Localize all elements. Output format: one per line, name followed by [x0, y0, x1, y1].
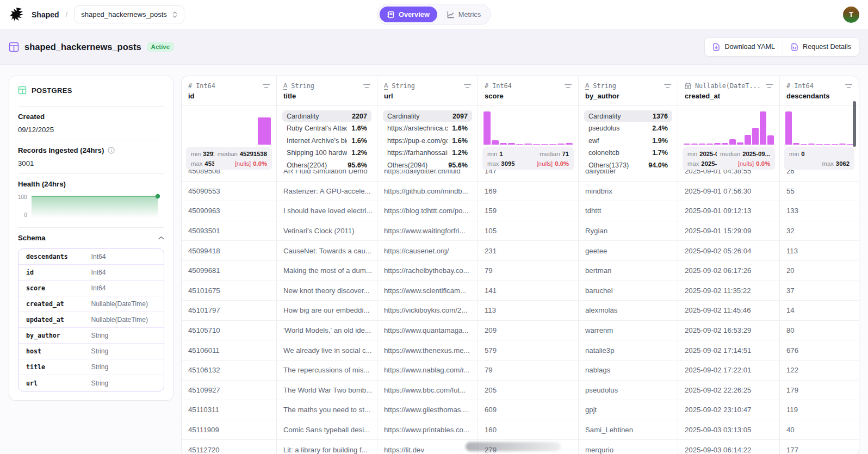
column-type-row: #Int64	[478, 76, 578, 90]
category-label: pseudolus	[588, 125, 648, 132]
cell-by_author: dailybitter	[579, 170, 678, 181]
column-header: #Int64score	[478, 76, 578, 105]
filter-icon[interactable]	[845, 84, 852, 89]
table-column-by_author: AStringby_authorCardinality1376pseudolus…	[579, 76, 678, 170]
info-icon[interactable]	[108, 147, 115, 154]
histogram-bar	[533, 144, 540, 145]
line-chart-icon	[447, 11, 455, 18]
cell-score: 169	[478, 182, 579, 201]
cell-descendants: 14	[780, 301, 859, 320]
table-row[interactable]: 45089508AR Fluid Simulation Demohttps://…	[182, 170, 859, 182]
tab-metrics[interactable]: Metrics	[439, 7, 488, 22]
histogram-bar	[729, 139, 736, 145]
health-label: Health (24hrs)	[18, 180, 164, 188]
column-header: AStringby_author	[579, 76, 678, 105]
cell-by_author: merqurio	[579, 440, 678, 454]
cell-descendants: 133	[780, 201, 859, 221]
table-row[interactable]: 45106011We already live in social c...ht…	[182, 340, 859, 360]
table-row[interactable]: 45110311The maths you need to st...https…	[182, 400, 859, 420]
horizontal-scrollbar-thumb[interactable]	[466, 442, 561, 451]
category-percent: 1.6%	[452, 137, 468, 145]
table-row[interactable]: 45111909Comic Sans typeball desi...https…	[182, 420, 859, 440]
table-row[interactable]: 45099418CauseNet: Towards a cau...https:…	[182, 241, 859, 261]
histogram-bar	[824, 144, 830, 145]
created-section: Created 09/12/2025	[18, 113, 164, 134]
tab-overview-label: Overview	[399, 10, 430, 18]
column-name: created_at	[678, 90, 779, 105]
tab-overview[interactable]: Overview	[380, 7, 437, 22]
header-actions: Download YAML Request Details	[704, 38, 859, 57]
view-tabs: Overview Metrics	[377, 4, 491, 25]
user-avatar[interactable]: T	[843, 7, 859, 23]
records-value: 3001	[18, 159, 164, 167]
filter-icon[interactable]	[766, 84, 773, 89]
table-row[interactable]: 45090963I should have loved electri...ht…	[182, 201, 859, 221]
cell-title: Rasterizer: A GPU-accele...	[277, 182, 377, 201]
collapse-chevron-icon[interactable]	[158, 236, 164, 240]
number-type-icon: #	[485, 83, 488, 89]
dataset-selector[interactable]: shaped_hackernews_posts	[74, 5, 184, 23]
cell-url: https://vickiboykis.com/2...	[377, 301, 478, 320]
table-row[interactable]: 45101675New knot theory discover...https…	[182, 281, 859, 301]
cardinality-value: 2097	[452, 113, 468, 120]
table-row[interactable]: 45105710'World Models,' an old ide...htt…	[182, 321, 859, 341]
cardinality-row: Cardinality1376	[584, 110, 672, 122]
column-stats: Cardinality1376pseudolus2.4%ewf1.9%colon…	[579, 105, 678, 170]
filter-icon[interactable]	[565, 84, 572, 89]
cell-score: 579	[478, 340, 579, 360]
column-type-row: #Int64	[182, 76, 276, 90]
cell-by_author: pseudolus	[579, 381, 678, 400]
table-row[interactable]: 45101797How big are our embeddi...https:…	[182, 301, 859, 321]
cell-title: New knot theory discover...	[277, 281, 377, 301]
request-details-label: Request Details	[803, 43, 851, 51]
schema-field-type: Int64	[91, 269, 106, 276]
cell-title: 'World Models,' an old ide...	[277, 321, 377, 340]
histogram-bar	[706, 144, 713, 145]
table-row[interactable]: 45090553Rasterizer: A GPU-accele...https…	[182, 182, 859, 202]
vertical-scrollbar-thumb[interactable]	[853, 101, 856, 147]
cell-url: https://github.com/mindb...	[377, 182, 478, 201]
filter-icon[interactable]	[363, 84, 370, 89]
cell-title: AR Fluid Simulation Demo	[277, 170, 377, 181]
table-row[interactable]: 45093501Vetinari's Clock (2011)https://w…	[182, 221, 859, 241]
cell-id: 45090553	[182, 182, 277, 201]
filter-icon[interactable]	[263, 84, 270, 89]
cell-url: https://www.quantamaga...	[377, 321, 478, 340]
schema-field-name: title	[26, 363, 91, 371]
cell-created_at: 2025-09-02 22:26:25	[678, 381, 780, 400]
filter-icon[interactable]	[464, 84, 471, 89]
number-type-icon: #	[188, 83, 192, 89]
cell-created_at: 2025-09-03 03:13:05	[678, 420, 780, 440]
cell-by_author: natalie3p	[579, 340, 678, 360]
filter-icon[interactable]	[664, 84, 671, 89]
histogram-bar	[832, 144, 838, 145]
category-stats: Cardinality2097https://arstechnica.c...1…	[382, 110, 473, 170]
cell-id: 45110311	[182, 400, 277, 420]
histogram	[784, 110, 854, 145]
table-row[interactable]: 45106132The repercussions of mis...https…	[182, 360, 859, 381]
brand-label[interactable]: Shaped	[32, 10, 59, 19]
column-stats: min2025-08-30median2025-09...max2025-09-…	[678, 105, 779, 170]
table-column-title: AStringtitleCardinality2207Ruby Central'…	[277, 76, 377, 170]
shaped-logo-icon	[9, 7, 25, 23]
category-label: ewf	[588, 137, 648, 145]
cell-by_author: alexmolas	[579, 301, 678, 320]
cardinality-row: Cardinality2207	[282, 110, 371, 122]
table-row[interactable]: 45109927The World War Two bomb...https:/…	[182, 381, 859, 401]
request-details-button[interactable]: Request Details	[783, 38, 859, 56]
table-row[interactable]: 45099681Making the most of a dum...https…	[182, 261, 859, 281]
download-yaml-button[interactable]: Download YAML	[705, 38, 783, 56]
download-yaml-label: Download YAML	[724, 43, 775, 51]
source-header: POSTGRES	[18, 84, 164, 100]
histogram-bar	[737, 142, 743, 145]
category-row: Shipping 100 hardwa...1.2%	[282, 147, 371, 159]
schema-field-name: updated_at	[26, 316, 91, 324]
cell-id: 45090963	[182, 201, 277, 221]
stat-min: min2025-08-30	[687, 151, 717, 157]
code-file-icon	[791, 43, 798, 51]
cell-title: Comic Sans typeball desi...	[277, 420, 377, 440]
cell-url: https://causenet.org/	[377, 241, 478, 260]
histogram-bar	[258, 117, 271, 145]
category-stats: Cardinality1376pseudolus2.4%ewf1.9%colon…	[583, 110, 673, 170]
histogram-bar	[691, 144, 698, 145]
